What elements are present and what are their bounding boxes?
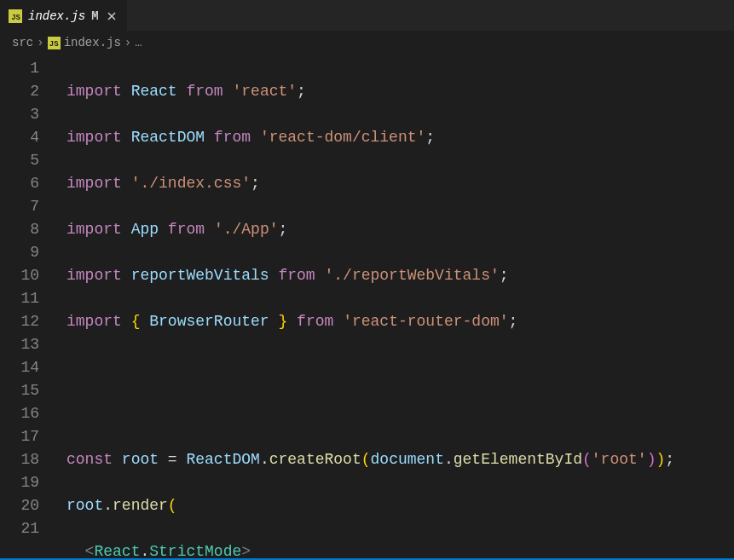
chevron-right-icon: › — [37, 36, 43, 49]
line-number: 11 — [10, 287, 39, 310]
code-line[interactable]: root.render( — [66, 494, 674, 517]
line-number: 19 — [10, 471, 39, 494]
line-number: 9 — [10, 241, 39, 264]
line-number: 1 — [10, 57, 39, 80]
line-number: 12 — [10, 310, 39, 333]
line-number: 18 — [10, 448, 39, 471]
breadcrumb-folder[interactable]: src — [12, 36, 33, 49]
breadcrumb-filename[interactable]: index.js — [64, 36, 121, 49]
line-number: 20 — [10, 494, 39, 517]
code-line[interactable] — [66, 356, 674, 379]
code-area[interactable]: import React from 'react'; import ReactD… — [55, 54, 674, 560]
tab-active[interactable]: JS index.js M — [0, 0, 127, 31]
line-number: 2 — [10, 80, 39, 103]
code-line[interactable]: import { BrowserRouter } from 'react-rou… — [66, 310, 674, 333]
tab-filename: index.js — [28, 9, 85, 23]
line-number: 4 — [10, 126, 39, 149]
breadcrumb-ellipsis[interactable]: … — [135, 36, 142, 49]
chevron-right-icon: › — [124, 36, 131, 49]
code-line[interactable] — [66, 402, 674, 425]
code-line[interactable]: import App from './App'; — [66, 218, 674, 241]
line-number: 14 — [10, 356, 39, 379]
line-number: 15 — [10, 379, 39, 402]
breadcrumb[interactable]: src › JS index.js › … — [0, 32, 734, 54]
line-number: 5 — [10, 149, 39, 172]
tab-bar: JS index.js M — [0, 0, 734, 32]
editor[interactable]: 1 2 3 4 5 6 7 8 9 10 11 12 13 14 15 16 1… — [0, 54, 734, 560]
code-line[interactable]: <React.StrictMode> — [66, 540, 674, 560]
code-line[interactable]: const root = ReactDOM.createRoot(documen… — [66, 448, 674, 471]
js-file-icon: JS — [48, 37, 61, 49]
tab-modified-marker: M — [91, 9, 98, 23]
gutter: 1 2 3 4 5 6 7 8 9 10 11 12 13 14 15 16 1… — [0, 54, 55, 560]
line-number: 3 — [10, 103, 39, 126]
code-line[interactable]: import ReactDOM from 'react-dom/client'; — [66, 126, 674, 149]
line-number: 6 — [10, 172, 39, 195]
line-number: 13 — [10, 333, 39, 356]
line-number: 8 — [10, 218, 39, 241]
line-number: 17 — [10, 425, 39, 448]
line-number: 7 — [10, 195, 39, 218]
code-line[interactable]: import './index.css'; — [66, 172, 674, 195]
close-icon[interactable] — [105, 9, 118, 23]
js-file-icon: JS — [9, 9, 22, 23]
line-number: 16 — [10, 402, 39, 425]
code-line[interactable]: import React from 'react'; — [66, 80, 674, 103]
line-number: 21 — [10, 517, 39, 540]
code-line[interactable]: import reportWebVitals from './reportWeb… — [66, 264, 674, 287]
line-number: 10 — [10, 264, 39, 287]
